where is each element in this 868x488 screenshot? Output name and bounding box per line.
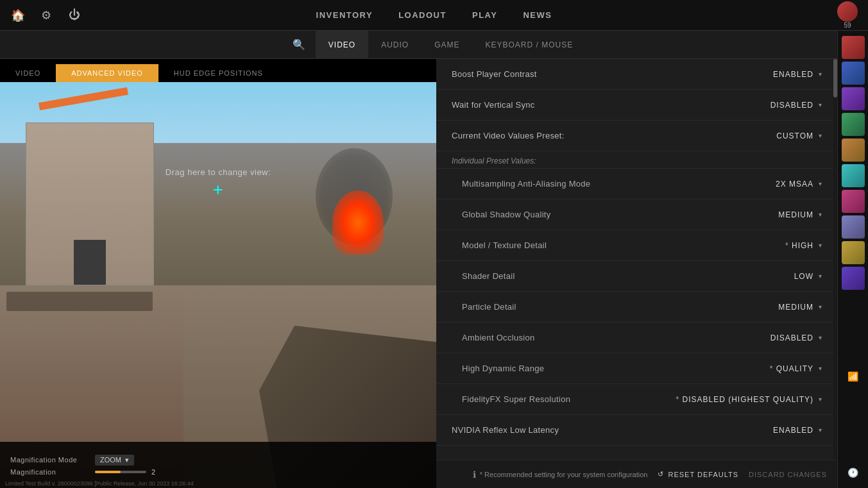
magnification-slider[interactable] (95, 471, 146, 473)
magnification-slider-fill (95, 471, 121, 473)
sidebar-avatar-2[interactable] (842, 62, 865, 85)
reset-defaults-button[interactable]: ↺ RESET DEFAULTS (658, 470, 738, 478)
top-nav-menu: INVENTORY LOADOUT PLAY NEWS (316, 8, 552, 22)
game-preview-top: Drag here to change view: + (0, 82, 436, 285)
msaa-arrow: ▾ (819, 180, 822, 187)
msaa-text: 2X MSAA (776, 180, 813, 189)
hdr-text: QUALITY (770, 364, 813, 373)
version-text: Limited Test Build v. 28000023096 [Publi… (5, 480, 194, 487)
discard-changes-button[interactable]: DISCARD CHANGES (749, 471, 827, 478)
sidebar-avatar-1[interactable] (842, 36, 865, 59)
settings-tab-audio[interactable]: AUDIO (368, 31, 421, 59)
ambient-occlusion-value[interactable]: DISABLED ▾ (770, 333, 822, 342)
home-icon[interactable]: 🏠 (10, 8, 26, 23)
sidebar-avatar-8[interactable] (842, 215, 865, 239)
magnification-mode-label: Magnification Mode (10, 456, 87, 464)
recommended-text: * Recommended setting for your system co… (480, 471, 648, 478)
video-tab-video[interactable]: VIDEO (0, 64, 56, 82)
scrollbar-thumb[interactable] (833, 59, 837, 97)
vertical-sync-value[interactable]: DISABLED ▾ (770, 101, 822, 110)
hdr-label: High Dynamic Range (452, 364, 544, 373)
nav-play[interactable]: PLAY (472, 8, 497, 22)
particle-detail-value[interactable]: MEDIUM ▾ (778, 303, 822, 312)
magnification-mode-dropdown[interactable]: ZOOM ▾ (95, 455, 134, 466)
nvidia-reflex-text: ENABLED (773, 426, 813, 435)
fire-effect (332, 190, 384, 255)
wifi-icon[interactable]: 📶 (843, 366, 864, 387)
clock-icon[interactable]: 🕐 (843, 462, 864, 483)
sidebar-avatar-7[interactable] (842, 190, 865, 213)
preset-text: CUSTOM (776, 131, 813, 140)
msaa-label: Multisampling Anti-Aliasing Mode (452, 179, 590, 189)
power-icon[interactable]: ⏻ (67, 8, 82, 23)
settings-panel: Boost Player Contrast ENABLED ▾ Wait for… (436, 59, 837, 460)
texture-detail-label: Model / Texture Detail (452, 240, 547, 250)
msaa-value[interactable]: 2X MSAA ▾ (776, 180, 822, 189)
video-tab-hud[interactable]: HUD EDGE POSITIONS (158, 64, 278, 82)
nav-inventory[interactable]: INVENTORY (316, 8, 373, 22)
ambient-occlusion-text: DISABLED (770, 333, 813, 342)
magnification-slider-container: 2 (95, 468, 164, 476)
crosshair: + (166, 180, 271, 200)
settings-tab-game[interactable]: GAME (421, 31, 472, 59)
settings-row-ambient-occlusion: Ambient Occlusion DISABLED ▾ (436, 323, 837, 353)
sidebar-avatar-6[interactable] (842, 164, 865, 187)
scrollbar-track (833, 59, 837, 460)
top-nav-right: 59 (837, 1, 858, 29)
settings-tab-keyboard-mouse[interactable]: KEYBOARD / MOUSE (473, 31, 586, 59)
magnification-label: Magnification (10, 468, 87, 476)
search-icon[interactable]: 🔍 (282, 38, 316, 51)
nvidia-reflex-arrow: ▾ (819, 426, 822, 433)
hdr-arrow: ▾ (819, 365, 822, 372)
texture-detail-value[interactable]: HIGH ▾ (785, 241, 822, 250)
settings-row-particle-detail: Particle Detail MEDIUM ▾ (436, 292, 837, 323)
drag-message: Drag here to change view: + (166, 167, 271, 200)
settings-tab-video[interactable]: VIDEO (316, 31, 368, 59)
game-preview-panel: VIDEO ADVANCED VIDEO HUD EDGE POSITIONS … (0, 59, 436, 488)
settings-icon[interactable]: ⚙ (38, 8, 54, 23)
bottom-action-bar: ℹ * Recommended setting for your system … (436, 460, 837, 488)
game-view-inner: Drag here to change view: + (0, 82, 436, 285)
settings-row-fidelityfx: FidelityFX Super Resolution DISABLED (HI… (436, 384, 837, 415)
vertical-sync-arrow: ▾ (819, 101, 822, 108)
player-avatar-image (837, 1, 858, 22)
shadow-quality-value[interactable]: MEDIUM ▾ (778, 210, 822, 219)
preset-value[interactable]: CUSTOM ▾ (776, 131, 822, 140)
settings-row-vertical-sync: Wait for Vertical Sync DISABLED ▾ (436, 90, 837, 121)
preset-label: Current Video Values Preset: (452, 131, 565, 140)
sidebar-avatar-10[interactable] (842, 267, 865, 290)
sidebar-avatar-9[interactable] (842, 241, 865, 264)
video-tab-advanced[interactable]: ADVANCED VIDEO (56, 64, 158, 82)
settings-row-texture-detail: Model / Texture Detail HIGH ▾ (436, 230, 837, 261)
building (26, 122, 154, 285)
magnification-value: 2 (151, 468, 164, 476)
sidebar-avatar-3[interactable] (842, 87, 865, 110)
particle-detail-arrow: ▾ (819, 303, 822, 310)
sidebar-avatar-4[interactable] (842, 113, 865, 136)
hdr-value[interactable]: QUALITY ▾ (770, 364, 822, 373)
settings-navigation: 🔍 VIDEO AUDIO GAME KEYBOARD / MOUSE (0, 31, 868, 59)
ambient-occlusion-arrow: ▾ (819, 334, 822, 341)
building-door (74, 240, 106, 285)
magnification-mode-row: Magnification Mode ZOOM ▾ (10, 455, 426, 466)
nav-news[interactable]: NEWS (523, 8, 552, 22)
recommended-note: ℹ * Recommended setting for your system … (473, 469, 648, 480)
fidelityfx-value[interactable]: DISABLED (HIGHEST QUALITY) ▾ (676, 395, 822, 404)
shader-detail-value[interactable]: LOW ▾ (794, 272, 822, 281)
friend-count: 59 (844, 22, 851, 29)
player-avatar[interactable]: 59 (837, 1, 858, 29)
fidelityfx-text: DISABLED (HIGHEST QUALITY) (676, 395, 814, 404)
settings-row-preset: Current Video Values Preset: CUSTOM ▾ (436, 121, 837, 151)
shadow-quality-label: Global Shadow Quality (452, 210, 551, 219)
boost-player-contrast-value[interactable]: ENABLED ▾ (773, 70, 822, 79)
magnification-mode-value: ZOOM (100, 456, 121, 464)
top-nav-left: 🏠 ⚙ ⏻ (10, 8, 82, 23)
vertical-sync-label: Wait for Vertical Sync (452, 100, 535, 110)
top-navigation: 🏠 ⚙ ⏻ INVENTORY LOADOUT PLAY NEWS 59 (0, 0, 868, 31)
sidebar-avatar-5[interactable] (842, 139, 865, 162)
vertical-sync-text: DISABLED (770, 101, 813, 110)
nvidia-reflex-value[interactable]: ENABLED ▾ (773, 426, 822, 435)
settings-row-nvidia-reflex: NVIDIA Reflex Low Latency ENABLED ▾ (436, 415, 837, 446)
texture-detail-text: HIGH (785, 241, 813, 250)
nav-loadout[interactable]: LOADOUT (398, 8, 447, 22)
